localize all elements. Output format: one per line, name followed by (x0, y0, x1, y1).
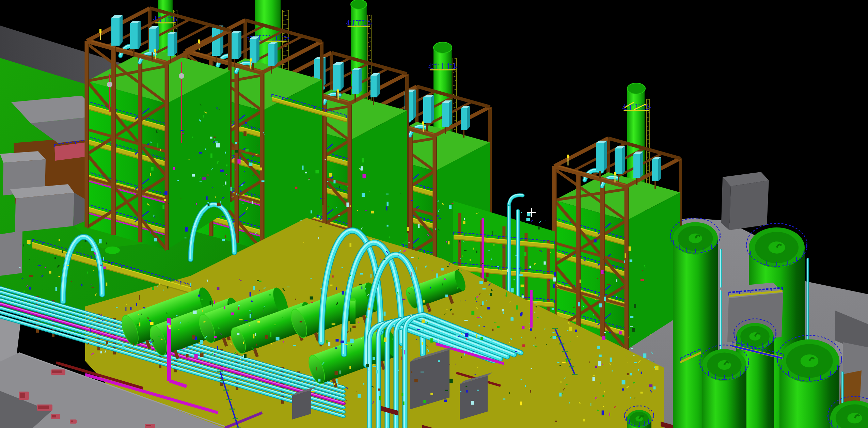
flare-marker (337, 90, 339, 93)
clutter-line (160, 283, 160, 285)
clutter-bit (371, 211, 374, 213)
clutter-bit (599, 303, 602, 307)
storage-tank-2[interactable] (700, 345, 749, 428)
silencer-stack[interactable] (168, 34, 174, 56)
clutter-bit (471, 401, 474, 405)
silencer-stack[interactable] (633, 154, 640, 178)
clutter-line (634, 355, 634, 356)
clutter-line (419, 258, 419, 258)
silencer-stack[interactable] (596, 143, 604, 171)
clutter-bit (463, 221, 465, 224)
clutter-bit (54, 257, 56, 259)
clutter-bit (99, 239, 101, 243)
clutter-bit (346, 203, 349, 207)
silencer-stack[interactable] (615, 148, 622, 174)
silencer-stack[interactable] (442, 103, 449, 127)
silencer-stack[interactable] (352, 70, 359, 94)
silencer-side (377, 73, 380, 97)
clutter-bit (173, 167, 175, 170)
clutter-bit (270, 332, 271, 337)
flare-marker (567, 155, 569, 158)
clutter-line (237, 142, 238, 142)
clutter-bit (384, 259, 385, 260)
clutter-bit (503, 312, 504, 314)
clutter-bit (320, 345, 322, 346)
clutter-bit (522, 296, 524, 298)
silencer-stack[interactable] (461, 108, 467, 130)
silencer-stack[interactable] (149, 29, 156, 52)
clutter-bit (287, 287, 290, 287)
clutter-line (521, 379, 522, 380)
silencer-stack[interactable] (111, 18, 120, 46)
clutter-bit (152, 287, 154, 290)
clutter-bit (449, 205, 452, 209)
clutter-bit (316, 367, 316, 370)
clutter-bit (603, 259, 605, 260)
clutter-bit (625, 253, 626, 258)
red-pipe-fitting-shadow (20, 393, 25, 398)
silencer-stack[interactable] (268, 44, 274, 66)
clutter-line (411, 200, 413, 201)
clutter-line (473, 248, 473, 250)
silencer-stack[interactable] (231, 33, 238, 59)
clutter-line (442, 204, 443, 204)
clutter-bit (575, 330, 577, 332)
clutter-bit (361, 166, 363, 170)
clutter-line (158, 234, 159, 234)
plant-3d-render[interactable] (0, 0, 868, 428)
silencer-stack[interactable] (130, 23, 138, 49)
clutter-line (398, 292, 398, 295)
clutter-line (201, 299, 203, 300)
clutter-bit (550, 252, 551, 253)
clutter-bit (530, 328, 532, 331)
clutter-bit (607, 284, 610, 285)
clutter-bit (214, 336, 217, 338)
clutter-bit (484, 279, 487, 282)
clutter-line (417, 225, 417, 225)
clutter-bit (332, 323, 335, 325)
clutter-bit (524, 252, 526, 256)
warehouse-wall[interactable] (729, 180, 769, 230)
clutter-line (424, 328, 424, 331)
clutter-bit (217, 203, 221, 206)
clutter-bit (366, 364, 369, 367)
clutter-line (238, 188, 239, 188)
clutter-line (557, 362, 559, 363)
clutter-bit (476, 251, 477, 253)
clutter-bit (629, 247, 631, 251)
clutter-line (430, 253, 430, 254)
clutter-bit (334, 383, 335, 385)
clutter-bit (260, 168, 262, 170)
clutter-bit (449, 379, 453, 383)
clutter-bit (217, 346, 218, 350)
clutter-line (572, 252, 573, 252)
clutter-bit (594, 239, 597, 242)
silencer-stack[interactable] (423, 97, 431, 123)
clutter-line (88, 272, 88, 274)
clutter-line (428, 231, 429, 231)
red-pipe-fitting-shadow (71, 421, 73, 422)
red-pipe-fitting-shadow (146, 425, 151, 426)
clutter-bit (90, 329, 91, 331)
model-viewport[interactable] (0, 0, 868, 428)
utility-building-wall (0, 231, 22, 276)
clutter-bit (520, 401, 522, 405)
clutter-bit (580, 280, 581, 283)
clutter-line (595, 299, 596, 300)
silencer-stack[interactable] (333, 65, 341, 91)
clutter-bit (107, 344, 108, 346)
clutter-bit (238, 307, 239, 310)
clutter-bit (502, 267, 502, 271)
clutter-bit (224, 306, 225, 309)
clutter-bit (593, 377, 595, 381)
silencer-stack[interactable] (652, 159, 658, 181)
clutter-bit (262, 180, 265, 182)
clutter-bit (514, 279, 515, 280)
hrsg-unit-5[interactable] (554, 138, 680, 350)
silencer-side (359, 68, 362, 94)
clutter-line (319, 216, 320, 218)
silencer-side (413, 90, 416, 120)
silencer-stack[interactable] (212, 28, 220, 56)
clutter-bit (442, 284, 443, 286)
silencer-stack[interactable] (370, 76, 377, 97)
